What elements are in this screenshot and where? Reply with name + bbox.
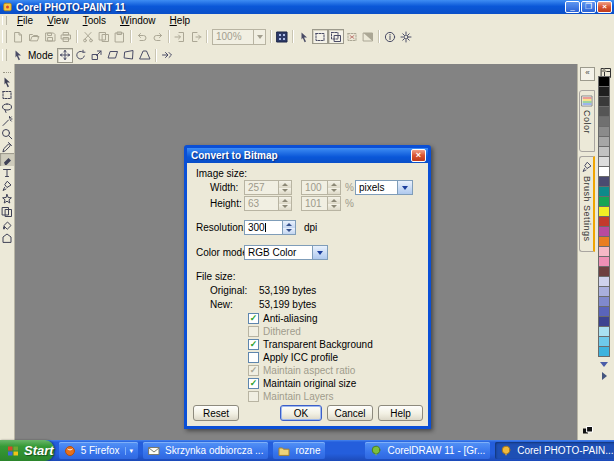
group-arrow-icon[interactable]: ▾: [125, 447, 134, 455]
print-icon: [58, 29, 74, 44]
palette-swatch[interactable]: [598, 346, 610, 357]
palette-scroll-up-icon[interactable]: [601, 68, 607, 72]
docker-panel: « Color Brush Settings: [577, 64, 614, 440]
width-percent-sign: %: [345, 182, 354, 193]
checkbox-box: [248, 391, 259, 402]
effect-tool[interactable]: [0, 192, 14, 205]
mode-skew-icon[interactable]: [105, 48, 121, 63]
start-label: Start: [24, 443, 54, 458]
apply-icon[interactable]: [159, 48, 175, 63]
mode-scale-icon[interactable]: [89, 48, 105, 63]
text-caret: [265, 223, 266, 232]
menu-tools[interactable]: Tools: [76, 14, 113, 27]
clone-tool[interactable]: [0, 205, 14, 218]
height-percent-sign: %: [345, 198, 354, 209]
height-label: Height:: [210, 198, 242, 209]
shape-tool[interactable]: [0, 231, 14, 244]
photo-paint-window: Corel PHOTO-PAINT 11 _ ❐ × FileViewTools…: [0, 0, 614, 461]
checkbox-box[interactable]: ✓: [248, 339, 259, 350]
checkbox-maintain-original-size[interactable]: ✓Maintain original size: [248, 377, 356, 389]
minimize-icon[interactable]: _: [565, 1, 580, 13]
menu-file[interactable]: File: [10, 14, 40, 27]
task-firefox[interactable]: 5 Firefox▾: [59, 442, 138, 459]
mask-marquee-icon[interactable]: [312, 29, 328, 44]
menu-grip[interactable]: [2, 16, 7, 25]
toolbar-grip[interactable]: [2, 30, 7, 43]
info-icon[interactable]: [382, 29, 398, 44]
undo-icon: [134, 29, 150, 44]
mode-toolbar-grip[interactable]: [2, 49, 7, 62]
toolbox-grip[interactable]: [3, 66, 11, 73]
task-inbox[interactable]: Skrzynka odbiorcza ...: [143, 442, 268, 459]
toolbar-separator: [76, 30, 78, 43]
restore-icon[interactable]: ❐: [581, 1, 596, 13]
taskbar: Start 5 Firefox▾Skrzynka odbiorcza ...ro…: [0, 440, 614, 461]
units-dropdown[interactable]: pixels: [355, 180, 413, 195]
text-tool[interactable]: [0, 166, 14, 179]
checkbox-box[interactable]: ✓: [248, 313, 259, 324]
zoom-tool[interactable]: [0, 127, 14, 140]
task-photopaint[interactable]: Corel PHOTO-PAIN...: [495, 442, 614, 459]
object-pick-tool[interactable]: [0, 75, 14, 88]
checkbox-box[interactable]: ✓: [248, 378, 259, 389]
resolution-spinner[interactable]: 300: [244, 220, 296, 235]
checkbox-apply-icc-profile[interactable]: Apply ICC profile: [248, 351, 338, 363]
dialog-titlebar[interactable]: Convert to Bitmap ×: [187, 148, 428, 163]
redo-icon: [150, 29, 166, 44]
dialog-title: Convert to Bitmap: [191, 150, 411, 161]
mode-toolbar: Mode: [0, 46, 614, 65]
photopaint-icon: [498, 443, 514, 458]
rectangle-mask-tool[interactable]: [0, 88, 14, 101]
width-spinner: 257: [244, 180, 292, 195]
menu-help[interactable]: Help: [163, 14, 198, 27]
color-palette: [598, 76, 611, 356]
original-value: 53,199 bytes: [259, 285, 316, 296]
docker-collapse-icon[interactable]: «: [580, 67, 595, 81]
palette-flyout-icon[interactable]: [602, 372, 607, 380]
window-titlebar[interactable]: Corel PHOTO-PAINT 11 _ ❐ ×: [0, 0, 614, 14]
dialog-close-icon[interactable]: ×: [411, 149, 426, 162]
start-button[interactable]: Start: [0, 440, 54, 461]
units-dropdown-arrow-icon: [397, 181, 412, 194]
app-launcher-icon[interactable]: [274, 29, 290, 44]
mode-perspective-icon[interactable]: [137, 48, 153, 63]
task-coreldraw[interactable]: CorelDRAW 11 - [Gr...: [365, 442, 490, 459]
palette-scroll-down-icon[interactable]: [600, 362, 608, 367]
mode-distort-icon[interactable]: [121, 48, 137, 63]
cancel-button[interactable]: Cancel: [327, 405, 373, 421]
toolbar-separator: [168, 30, 170, 43]
help-button[interactable]: Help: [378, 405, 423, 421]
fill-tool[interactable]: [0, 218, 14, 231]
pick-arrow-icon[interactable]: [10, 48, 26, 63]
tab-color-docker[interactable]: Color: [579, 90, 595, 152]
eraser-tool[interactable]: [0, 153, 14, 166]
checkbox-box[interactable]: [248, 352, 259, 363]
tab-brush-settings-docker[interactable]: Brush Settings: [579, 156, 595, 252]
ok-button[interactable]: OK: [280, 405, 322, 421]
taskbar-button-label: Corel PHOTO-PAIN...: [517, 445, 613, 456]
toolbar-separator: [130, 30, 132, 43]
task-rozne[interactable]: rozne: [273, 442, 325, 459]
eyedropper-tool[interactable]: [0, 140, 14, 153]
shape-cursor-icon[interactable]: [296, 29, 312, 44]
mode-move-icon[interactable]: [57, 48, 73, 63]
menu-view[interactable]: View: [40, 14, 76, 27]
color-mode-dropdown[interactable]: RGB Color (24-bit): [244, 245, 328, 260]
toolbar-separator: [206, 30, 208, 43]
toolbar-separator: [155, 49, 157, 62]
close-icon[interactable]: ×: [597, 1, 612, 13]
reset-button[interactable]: Reset: [193, 405, 239, 421]
magic-wand-tool[interactable]: [0, 114, 14, 127]
paint-tool[interactable]: [0, 179, 14, 192]
checkbox-transparent-background[interactable]: ✓Transparent Background: [248, 338, 373, 350]
options-icon[interactable]: [398, 29, 414, 44]
object-marquee-icon[interactable]: [328, 29, 344, 44]
checkbox-label: Maintain aspect ratio: [263, 365, 355, 376]
brush-settings-icon: [579, 159, 595, 174]
checkbox-anti-aliasing[interactable]: ✓Anti-aliasing: [248, 312, 317, 324]
import-icon: [172, 29, 188, 44]
width-percent-spinner: 100: [301, 180, 341, 195]
lasso-mask-tool[interactable]: [0, 101, 14, 114]
menu-window[interactable]: Window: [113, 14, 163, 27]
mode-rotate-icon[interactable]: [73, 48, 89, 63]
